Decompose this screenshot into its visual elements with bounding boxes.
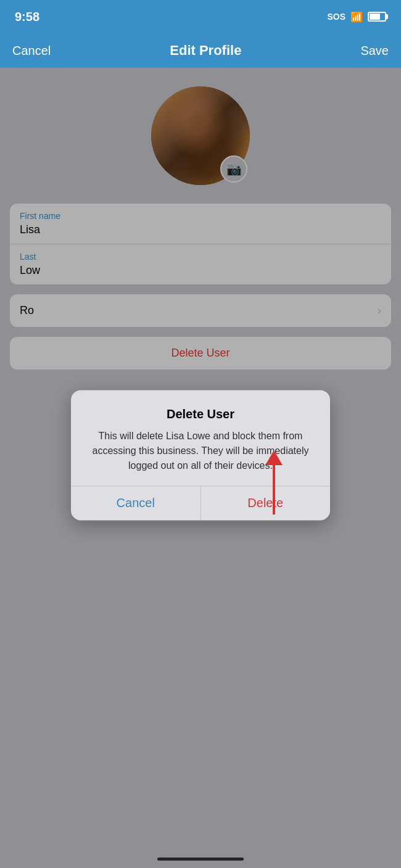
alert-buttons: Cancel Delete	[71, 486, 330, 520]
arrow-head-icon	[265, 450, 283, 465]
status-time: 9:58	[15, 10, 39, 24]
alert-content: Delete User This will delete Lisa Lowe a…	[71, 390, 330, 486]
page-title: Edit Profile	[170, 43, 241, 59]
wifi-icon: 📶	[350, 11, 363, 23]
content-area: 📷 First name Lisa Last Low Ro › Delete U…	[0, 68, 401, 868]
alert-title: Delete User	[86, 407, 315, 421]
save-button[interactable]: Save	[360, 44, 389, 58]
sos-label: SOS	[327, 12, 345, 22]
status-icons: SOS 📶	[327, 11, 386, 23]
alert-cancel-button[interactable]: Cancel	[71, 486, 201, 520]
arrow-line	[273, 465, 275, 515]
battery-icon	[368, 12, 386, 22]
annotation-arrow	[265, 450, 283, 515]
nav-bar: Cancel Edit Profile Save	[0, 33, 401, 68]
status-bar: 9:58 SOS 📶	[0, 0, 401, 33]
cancel-button[interactable]: Cancel	[12, 44, 51, 58]
delete-user-dialog: Delete User This will delete Lisa Lowe a…	[71, 390, 330, 520]
